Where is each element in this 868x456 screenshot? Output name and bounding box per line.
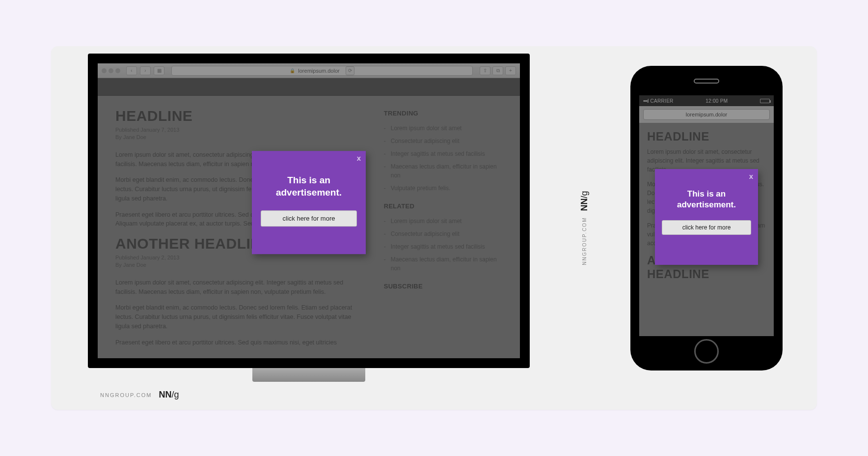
nng-logo: NN/g bbox=[159, 390, 179, 400]
related-list: Lorem ipsum dolor sit amet Consectetur a… bbox=[384, 215, 502, 275]
list-item[interactable]: Consectetur adipiscing elit bbox=[384, 135, 502, 147]
list-item[interactable]: Consectetur adipiscing elit bbox=[384, 228, 502, 240]
nng-logo: NN/g bbox=[579, 191, 590, 211]
byline: By Jane Doe bbox=[115, 261, 364, 269]
share-button[interactable]: ⇪ bbox=[480, 66, 490, 75]
tabs-button[interactable]: ⧉ bbox=[492, 66, 503, 75]
traffic-lights bbox=[102, 68, 120, 73]
forward-button[interactable]: › bbox=[140, 66, 151, 75]
url-text: loremipsum.dolor bbox=[298, 68, 339, 74]
list-item[interactable]: Maecenas lectus diam, efficitur in sapie… bbox=[384, 160, 502, 182]
monitor-bezel: ‹ › ▦ 🔒 loremipsum.dolor ⟳ ⇪ ⧉ + bbox=[88, 54, 530, 368]
list-item[interactable]: Integer sagittis at metus sed facilisis bbox=[384, 240, 502, 253]
list-item[interactable]: Lorem ipsum dolor sit amet bbox=[384, 215, 502, 228]
trending-heading: TRENDING bbox=[384, 110, 502, 117]
article-headline: HEADLINE bbox=[115, 108, 364, 124]
ad-close-button[interactable]: x bbox=[357, 154, 361, 162]
list-item[interactable]: Integer sagittis at metus sed facilisis bbox=[384, 147, 502, 160]
status-time: 12:00 PM bbox=[705, 98, 728, 104]
browser-toolbar: ‹ › ▦ 🔒 loremipsum.dolor ⟳ ⇪ ⧉ + bbox=[98, 63, 520, 78]
close-dot-icon[interactable] bbox=[102, 68, 107, 73]
url-text: loremipsum.dolor bbox=[686, 112, 727, 117]
article-paragraph: Praesent eget libero et arcu porttitor u… bbox=[115, 338, 364, 347]
ad-cta-button[interactable]: click here for more bbox=[261, 211, 357, 227]
list-item[interactable]: Maecenas lectus diam, efficitur in sapie… bbox=[384, 253, 502, 275]
lock-icon: 🔒 bbox=[290, 68, 295, 73]
attribution-site: NNGROUP.COM bbox=[582, 217, 587, 265]
article-headline: HEADLINE bbox=[647, 130, 766, 143]
battery-icon bbox=[760, 99, 770, 103]
desktop-mock: ‹ › ▦ 🔒 loremipsum.dolor ⟳ ⇪ ⧉ + bbox=[88, 54, 530, 382]
ad-text: This is an advertisement. bbox=[662, 189, 751, 210]
article-meta: Published January 7, 2013 By Jane Doe bbox=[115, 126, 364, 142]
mobile-url-row: loremipsum.dolor bbox=[639, 106, 774, 123]
ad-text: This is an advertisement. bbox=[261, 174, 357, 199]
attribution-site: NNGROUP.COM bbox=[100, 392, 152, 398]
site-topbar bbox=[98, 78, 520, 96]
subscribe-heading: SUBSCRIBE bbox=[384, 283, 502, 290]
published-date: Published January 2, 2013 bbox=[115, 254, 364, 261]
sidebar-column: TRENDING Lorem ipsum dolor sit amet Cons… bbox=[384, 108, 502, 354]
phone-screen: •••ıl CARRIER 12:00 PM loremipsum.dolor … bbox=[639, 95, 774, 336]
trending-list: Lorem ipsum dolor sit amet Consectetur a… bbox=[384, 122, 502, 195]
article-paragraph: Lorem ipsum dolor sit amet, consectetur … bbox=[115, 278, 364, 297]
popup-ad: x This is an advertisement. click here f… bbox=[252, 151, 366, 254]
toolbar-right: ⇪ ⧉ + bbox=[480, 66, 516, 75]
attribution-desktop: NNGROUP.COM NN/g bbox=[100, 390, 179, 400]
byline: By Jane Doe bbox=[115, 134, 364, 141]
desktop-screen: ‹ › ▦ 🔒 loremipsum.dolor ⟳ ⇪ ⧉ + bbox=[98, 63, 520, 358]
article-paragraph: Morbi eget blandit enim, ac commodo lect… bbox=[115, 303, 364, 331]
minimize-dot-icon[interactable] bbox=[108, 68, 113, 73]
phone-mock: •••ıl CARRIER 12:00 PM loremipsum.dolor … bbox=[630, 66, 783, 370]
ad-close-button[interactable]: x bbox=[749, 172, 753, 180]
related-heading: RELATED bbox=[384, 202, 502, 210]
sidebar-button[interactable]: ▦ bbox=[154, 66, 164, 75]
reload-button[interactable]: ⟳ bbox=[346, 66, 354, 75]
signal-icon: •••ıl bbox=[643, 98, 649, 104]
home-button[interactable] bbox=[694, 339, 719, 364]
carrier-label: CARRIER bbox=[651, 98, 674, 104]
popup-ad: x This is an advertisement. click here f… bbox=[655, 169, 758, 265]
url-bar[interactable]: 🔒 loremipsum.dolor ⟳ bbox=[171, 66, 473, 76]
monitor-stand bbox=[252, 368, 365, 382]
list-item[interactable]: Vulputate pretium felis. bbox=[384, 182, 502, 195]
phone-speaker bbox=[694, 79, 719, 84]
status-bar: •••ıl CARRIER 12:00 PM bbox=[639, 95, 774, 106]
ad-cta-button[interactable]: click here for more bbox=[662, 220, 751, 235]
attribution-mobile: NNGROUP.COM NN/g bbox=[579, 191, 590, 265]
zoom-dot-icon[interactable] bbox=[115, 68, 120, 73]
mobile-url-bar[interactable]: loremipsum.dolor bbox=[643, 109, 770, 120]
published-date: Published January 7, 2013 bbox=[115, 126, 364, 134]
illustration-card: ‹ › ▦ 🔒 loremipsum.dolor ⟳ ⇪ ⧉ + bbox=[51, 46, 817, 410]
new-tab-button[interactable]: + bbox=[505, 66, 516, 75]
list-item[interactable]: Lorem ipsum dolor sit amet bbox=[384, 122, 502, 135]
back-button[interactable]: ‹ bbox=[126, 66, 137, 75]
article-meta: Published January 2, 2013 By Jane Doe bbox=[115, 254, 364, 269]
